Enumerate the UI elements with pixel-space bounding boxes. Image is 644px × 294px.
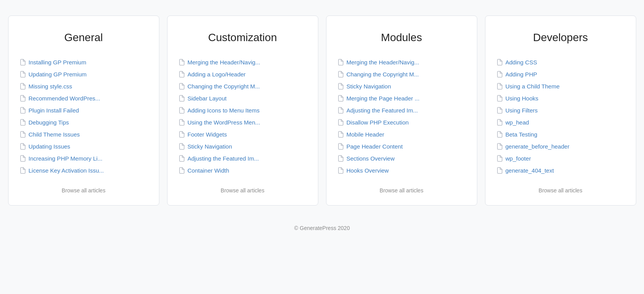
list-item: Adjusting the Featured Im... [338, 104, 465, 116]
document-icon [338, 83, 344, 90]
article-link[interactable]: Sticky Navigation [188, 143, 232, 150]
article-link[interactable]: Updating Issues [29, 143, 71, 150]
browse-all-general[interactable]: Browse all articles [62, 187, 105, 194]
article-list-developers: Adding CSSAdding PHPUsing a Child ThemeU… [497, 56, 624, 176]
document-icon [338, 107, 344, 114]
document-icon [338, 59, 344, 66]
list-item: Container Width [179, 164, 306, 176]
article-link[interactable]: Sticky Navigation [347, 83, 391, 90]
list-item: Page Header Content [338, 140, 465, 152]
article-link[interactable]: Missing style.css [29, 83, 73, 90]
browse-all-customization[interactable]: Browse all articles [221, 187, 264, 194]
article-link[interactable]: Adding Icons to Menu Items [188, 107, 260, 114]
document-icon [20, 59, 26, 66]
article-link[interactable]: Updating GP Premium [29, 71, 87, 78]
list-item: Increasing PHP Memory Li... [20, 152, 147, 164]
document-icon [338, 155, 344, 162]
list-item: Adding CSS [497, 56, 624, 68]
browse-all-modules[interactable]: Browse all articles [380, 187, 423, 194]
list-item: Adding a Logo/Header [179, 68, 306, 80]
article-link[interactable]: Debugging Tips [29, 119, 69, 126]
footer: © GeneratePress 2020 [294, 225, 350, 231]
document-icon [179, 95, 185, 102]
browse-all-developers[interactable]: Browse all articles [539, 187, 582, 194]
list-item: License Key Activation Issu... [20, 164, 147, 176]
list-item: Sidebar Layout [179, 92, 306, 104]
list-item: Installing GP Premium [20, 56, 147, 68]
document-icon [338, 131, 344, 138]
document-icon [179, 143, 185, 150]
document-icon [179, 59, 185, 66]
article-link[interactable]: Page Header Content [347, 143, 403, 150]
article-link[interactable]: Recommended WordPres... [29, 95, 100, 102]
article-link[interactable]: Mobile Header [347, 131, 385, 138]
list-item: Using the WordPress Men... [179, 116, 306, 128]
list-item: Changing the Copyright M... [179, 80, 306, 92]
article-link[interactable]: Adjusting the Featured Im... [188, 155, 259, 162]
article-link[interactable]: Merging the Header/Navig... [347, 59, 420, 66]
article-link[interactable]: Using Hooks [506, 95, 539, 102]
list-item: Merging the Header/Navig... [338, 56, 465, 68]
article-link[interactable]: wp_head [506, 119, 529, 126]
article-link[interactable]: Using Filters [506, 107, 538, 114]
list-item: Updating Issues [20, 140, 147, 152]
document-icon [20, 119, 26, 126]
article-link[interactable]: Sidebar Layout [188, 95, 227, 102]
article-link[interactable]: Merging the Header/Navig... [188, 59, 261, 66]
cards-container: GeneralInstalling GP PremiumUpdating GP … [8, 16, 636, 206]
list-item: Sticky Navigation [338, 80, 465, 92]
list-item: Footer Widgets [179, 128, 306, 140]
article-list-modules: Merging the Header/Navig...Changing the … [338, 56, 465, 176]
document-icon [179, 167, 185, 174]
article-link[interactable]: wp_footer [506, 155, 531, 162]
article-list-customization: Merging the Header/Navig...Adding a Logo… [179, 56, 306, 176]
document-icon [497, 71, 502, 78]
card-modules: ModulesMerging the Header/Navig...Changi… [326, 16, 477, 206]
document-icon [179, 131, 185, 138]
card-title-developers: Developers [533, 31, 588, 44]
article-link[interactable]: License Key Activation Issu... [29, 167, 104, 174]
article-link[interactable]: Adjusting the Featured Im... [347, 107, 418, 114]
list-item: Adjusting the Featured Im... [179, 152, 306, 164]
document-icon [20, 143, 26, 150]
article-link[interactable]: Sections Overview [347, 155, 395, 162]
article-link[interactable]: Disallow PHP Execution [347, 119, 409, 126]
article-link[interactable]: Adding a Logo/Header [188, 71, 246, 78]
document-icon [179, 119, 185, 126]
article-link[interactable]: Using a Child Theme [506, 83, 560, 90]
article-link[interactable]: Footer Widgets [188, 131, 227, 138]
document-icon [20, 95, 26, 102]
article-link[interactable]: generate_before_header [506, 143, 570, 150]
article-link[interactable]: Merging the Page Header ... [347, 95, 420, 102]
document-icon [20, 71, 26, 78]
document-icon [179, 83, 185, 90]
card-title-modules: Modules [381, 31, 422, 44]
document-icon [179, 107, 185, 114]
list-item: Adding PHP [497, 68, 624, 80]
article-link[interactable]: Using the WordPress Men... [188, 119, 260, 126]
article-link[interactable]: Changing the Copyright M... [347, 71, 419, 78]
article-link[interactable]: Changing the Copyright M... [188, 83, 260, 90]
list-item: Debugging Tips [20, 116, 147, 128]
article-link[interactable]: Beta Testing [506, 131, 537, 138]
document-icon [179, 71, 185, 78]
document-icon [338, 143, 344, 150]
article-link[interactable]: Container Width [188, 167, 230, 174]
article-link[interactable]: Adding PHP [506, 71, 537, 78]
document-icon [497, 119, 502, 126]
document-icon [338, 119, 344, 126]
document-icon [338, 95, 344, 102]
article-link[interactable]: Plugin Install Failed [29, 107, 79, 114]
article-link[interactable]: Increasing PHP Memory Li... [29, 155, 103, 162]
article-link[interactable]: Installing GP Premium [29, 59, 86, 66]
document-icon [497, 131, 502, 138]
card-title-general: General [64, 31, 103, 44]
article-link[interactable]: generate_404_text [506, 167, 554, 174]
document-icon [497, 107, 502, 114]
list-item: Disallow PHP Execution [338, 116, 465, 128]
article-link[interactable]: Adding CSS [506, 59, 537, 66]
article-link[interactable]: Child Theme Issues [29, 131, 80, 138]
list-item: Using a Child Theme [497, 80, 624, 92]
document-icon [20, 83, 26, 90]
article-link[interactable]: Hooks Overview [347, 167, 389, 174]
